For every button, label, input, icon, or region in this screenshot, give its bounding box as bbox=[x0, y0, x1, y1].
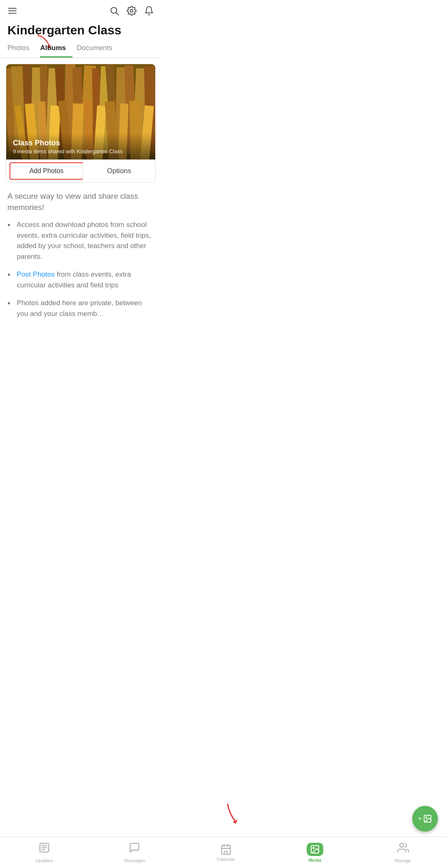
header bbox=[0, 0, 161, 22]
menu-button[interactable] bbox=[7, 6, 17, 17]
tab-photos[interactable]: Photos bbox=[7, 41, 36, 58]
add-photos-button[interactable]: Add Photos bbox=[10, 162, 83, 180]
page-title: Kindergarten Class bbox=[0, 22, 161, 41]
list-item: • Access and download photos from school… bbox=[7, 219, 154, 262]
description-headline: A secure way to view and share class mem… bbox=[7, 191, 154, 213]
bullet-text-2: Post Photos from class events, extra cur… bbox=[17, 269, 154, 290]
list-item: • Post Photos from class events, extra c… bbox=[7, 269, 154, 290]
album-title: Class Photos bbox=[13, 139, 149, 147]
album-actions: Add Photos Options bbox=[6, 159, 155, 182]
svg-line-4 bbox=[116, 13, 119, 15]
album-card: Class Photos 9 media items shared with K… bbox=[6, 64, 156, 183]
options-button[interactable]: Options bbox=[83, 160, 156, 182]
album-overlay: Class Photos 9 media items shared with K… bbox=[6, 133, 155, 159]
tab-documents[interactable]: Documents bbox=[77, 41, 119, 58]
album-subtitle: 9 media items shared with Kindergarten C… bbox=[13, 148, 149, 154]
bullet-list: • Access and download photos from school… bbox=[7, 219, 154, 319]
notifications-button[interactable] bbox=[144, 6, 154, 17]
bullet-icon: • bbox=[7, 219, 13, 231]
header-icons bbox=[109, 6, 154, 17]
list-item: • Photos added here are private, between… bbox=[7, 298, 154, 319]
svg-point-5 bbox=[130, 10, 133, 12]
bullet-text-3: Photos added here are private, between y… bbox=[17, 298, 154, 319]
tab-albums[interactable]: Albums bbox=[40, 41, 72, 58]
post-photos-link[interactable]: Post Photos bbox=[17, 270, 55, 278]
bullet-text-1: Access and download photos from school e… bbox=[17, 219, 154, 262]
bullet-icon-2: • bbox=[7, 268, 13, 281]
settings-button[interactable] bbox=[127, 6, 137, 17]
tabs-bar: Photos Albums Documents bbox=[0, 41, 161, 58]
description-section: A secure way to view and share class mem… bbox=[0, 183, 161, 330]
bullet-icon-3: • bbox=[7, 297, 13, 309]
album-cover-image: Class Photos 9 media items shared with K… bbox=[6, 64, 155, 159]
search-button[interactable] bbox=[109, 6, 119, 17]
